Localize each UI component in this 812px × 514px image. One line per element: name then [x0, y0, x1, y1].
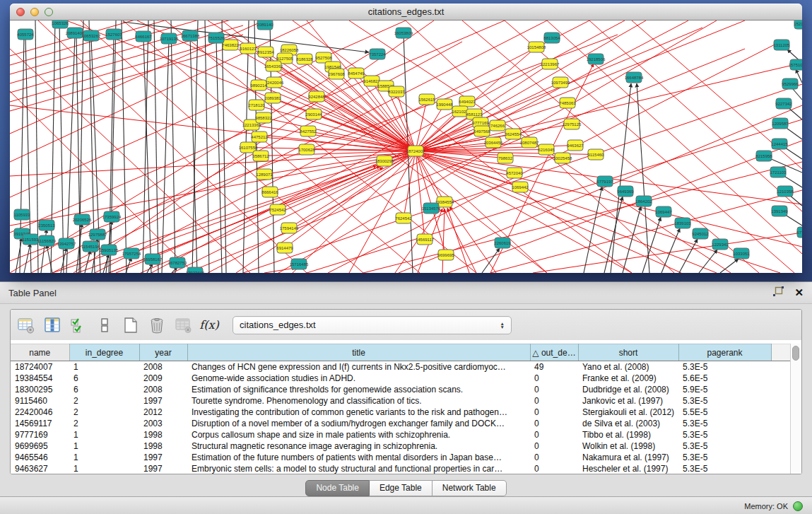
cell-name[interactable]: 19384554: [11, 373, 69, 384]
cell-name[interactable]: 22420046: [11, 407, 69, 418]
cell-in_degree[interactable]: 6: [69, 384, 139, 395]
cell-short[interactable]: Stergiakouli et al. (2012): [578, 407, 678, 418]
red-edge[interactable]: [95, 21, 589, 273]
cell-pagerank[interactable]: 5.3E-5: [678, 395, 771, 407]
float-panel-icon[interactable]: [772, 286, 784, 300]
cell-out_degree[interactable]: 0: [530, 452, 578, 463]
black-edge[interactable]: [162, 40, 169, 273]
cell-out_degree[interactable]: 0: [530, 373, 578, 384]
cell-year[interactable]: 1997: [139, 452, 187, 463]
black-edge[interactable]: [171, 21, 175, 273]
minimize-window-button[interactable]: [30, 8, 39, 16]
close-window-button[interactable]: [16, 8, 25, 16]
clear-selection-icon[interactable]: [95, 316, 114, 334]
cell-pagerank[interactable]: 5.5E-5: [678, 407, 771, 418]
cell-name[interactable]: 9777169: [11, 429, 69, 440]
cell-short[interactable]: Tibbo et al. (1998): [578, 429, 678, 440]
red-edge[interactable]: [416, 63, 802, 153]
table-row[interactable]: 946362711997Embryonic stem cells: a mode…: [11, 463, 790, 474]
cell-title[interactable]: Genome-wide association studies in ADHD.: [187, 373, 530, 384]
cell-pagerank[interactable]: 5.6E-5: [678, 373, 771, 384]
black-edge[interactable]: [76, 35, 81, 273]
table-row[interactable]: 969969511998Structural magnetic resonanc…: [11, 440, 790, 452]
black-edge[interactable]: [642, 217, 661, 273]
black-edge[interactable]: [24, 243, 30, 273]
new-document-icon[interactable]: [121, 316, 141, 334]
table-panel-header[interactable]: Table Panel ✕: [0, 282, 812, 304]
table-row[interactable]: 1872400712008Changes of HCN gene express…: [11, 361, 790, 373]
red-edge[interactable]: [66, 21, 416, 153]
zoom-window-button[interactable]: [45, 8, 53, 16]
table-scrollbar[interactable]: [790, 344, 801, 474]
black-edge[interactable]: [59, 21, 64, 273]
cell-year[interactable]: 2012: [139, 407, 187, 418]
tab-node-table[interactable]: Node Table: [305, 480, 370, 496]
cell-out_degree[interactable]: 0: [530, 395, 578, 407]
red-edge[interactable]: [442, 209, 445, 273]
cell-name[interactable]: 18300295: [11, 384, 69, 395]
column-header-in_degree[interactable]: in_degree: [69, 344, 139, 361]
table-row[interactable]: 1456911722003Disruption of a novel membe…: [11, 418, 790, 429]
black-edge[interactable]: [720, 259, 739, 273]
cell-in_degree[interactable]: 6: [69, 373, 139, 384]
red-edge[interactable]: [447, 208, 469, 273]
cell-in_degree[interactable]: 1: [69, 361, 139, 373]
cell-short[interactable]: Franke et al. (2009): [578, 373, 678, 384]
black-edge[interactable]: [154, 21, 158, 273]
scrollbar-thumb[interactable]: [792, 346, 799, 361]
function-builder-icon[interactable]: f(x): [199, 316, 219, 334]
black-edge[interactable]: [51, 21, 55, 273]
column-header-name[interactable]: name: [11, 344, 69, 361]
cell-pagerank[interactable]: 5.3E-5: [678, 452, 771, 463]
table-row[interactable]: 1938455462009Genome-wide association stu…: [11, 373, 790, 384]
cell-out_degree[interactable]: 0: [530, 440, 578, 452]
network-canvas[interactable]: 1872400774638229160123891235418226058912…: [10, 21, 802, 273]
red-edge[interactable]: [285, 151, 416, 248]
cell-year[interactable]: 1997: [139, 395, 187, 407]
table-row[interactable]: 911546021997Tourette syndrome. Phenomeno…: [11, 395, 790, 407]
cell-pagerank[interactable]: 5.9E-5: [678, 384, 771, 395]
cell-pagerank[interactable]: 5.3E-5: [678, 361, 771, 373]
cell-short[interactable]: Hescheler et al. (1997): [578, 463, 678, 474]
cell-title[interactable]: Changes of HCN gene expression and I(f) …: [187, 361, 530, 373]
tab-edge-table[interactable]: Edge Table: [370, 480, 433, 496]
cell-short[interactable]: Jankovic et al. (1997): [578, 395, 678, 407]
black-edge[interactable]: [604, 197, 623, 273]
tab-network-table[interactable]: Network Table: [433, 480, 507, 496]
red-edge[interactable]: [416, 153, 802, 247]
citation-network-graph[interactable]: 1872400774638229160123891235418226058912…: [10, 21, 802, 273]
cell-title[interactable]: Estimation of significance thresholds fo…: [187, 384, 530, 395]
cell-title[interactable]: Investigating the contribution of common…: [187, 407, 530, 418]
cell-out_degree[interactable]: 0: [530, 429, 578, 440]
cell-pagerank[interactable]: 5.3E-5: [678, 429, 771, 440]
cell-pagerank[interactable]: 5.3E-5: [678, 418, 771, 429]
red-edge[interactable]: [261, 151, 416, 156]
cell-in_degree[interactable]: 2: [69, 418, 139, 429]
column-header-pagerank[interactable]: pagerank: [678, 344, 771, 361]
column-header-short[interactable]: short: [578, 344, 678, 361]
black-edge[interactable]: [679, 239, 698, 273]
red-edge[interactable]: [589, 21, 802, 211]
delete-trash-icon[interactable]: [147, 316, 167, 334]
cell-title[interactable]: Tourette syndrome. Phenomenology and cla…: [187, 395, 530, 407]
cell-title[interactable]: Corpus callosum shape and size in male p…: [187, 429, 530, 440]
cell-pagerank[interactable]: 5.3E-5: [678, 440, 771, 452]
black-edge[interactable]: [143, 21, 148, 273]
table-row[interactable]: 2242004622012Investigating the contribut…: [11, 407, 790, 418]
cell-name[interactable]: 9465546: [11, 452, 69, 463]
cell-in_degree[interactable]: 1: [69, 452, 139, 463]
table-row[interactable]: 946554611997Estimation of the future num…: [11, 452, 790, 463]
cell-pagerank[interactable]: 5.3E-5: [678, 463, 771, 474]
table-row[interactable]: 977716911998Corpus callosum shape and si…: [11, 429, 790, 440]
table-selector-dropdown[interactable]: citations_edges.txt ▲▼: [233, 316, 512, 334]
cell-in_degree[interactable]: 2: [69, 407, 139, 418]
cell-title[interactable]: Embryonic stem cells: a model to study s…: [187, 463, 530, 474]
red-edge[interactable]: [10, 21, 243, 74]
window-titlebar[interactable]: citations_edges.txt: [10, 4, 802, 21]
red-edge[interactable]: [416, 21, 646, 153]
cell-in_degree[interactable]: 1: [69, 463, 139, 474]
cell-short[interactable]: Yano et al. (2008): [578, 361, 678, 373]
table-settings-icon[interactable]: [16, 316, 36, 334]
red-edge[interactable]: [10, 35, 243, 102]
cell-out_degree[interactable]: 0: [530, 384, 578, 395]
